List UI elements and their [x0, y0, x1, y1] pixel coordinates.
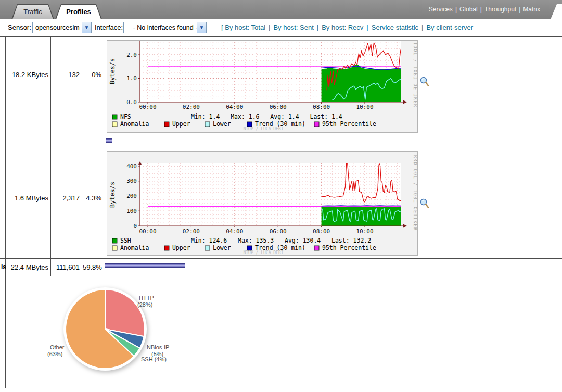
- svg-text:10:00: 10:00: [356, 228, 373, 235]
- protocol-distribution-pie-chart: [60, 284, 150, 374]
- row3-bytes-cell: 22.4 MBytes: [6, 263, 48, 271]
- profile-link-separator: |: [366, 23, 368, 31]
- row-divider-2: [0, 258, 562, 259]
- profile-view-links: [ By host: Total|By host: Sent|By host: …: [221, 23, 473, 31]
- row1-bytes-cell: 18.2 KBytes: [6, 71, 48, 79]
- svg-text:95th Percentile: 95th Percentile: [322, 120, 376, 128]
- svg-text:95th Percentile: 95th Percentile: [322, 244, 376, 251]
- svg-text:Upper: Upper: [172, 120, 190, 128]
- svg-text:Upper: Upper: [172, 244, 190, 251]
- pie-label: HTTP: [139, 295, 154, 301]
- pie-label: (28%): [137, 301, 152, 308]
- svg-text:300: 300: [126, 178, 137, 184]
- svg-text:100: 100: [126, 208, 137, 214]
- pie-label: SSH (4%): [141, 356, 167, 362]
- svg-text:06:00: 06:00: [270, 104, 287, 110]
- header-link-throughput[interactable]: Throughput: [484, 6, 516, 13]
- row3-label-cell: ls: [1, 263, 6, 271]
- svg-text:TOOL / TOBI OETIKER: TOOL / TOBI OETIKER: [413, 42, 417, 108]
- svg-text:04:00: 04:00: [226, 228, 243, 235]
- svg-text:04:00: 04:00: [226, 104, 243, 110]
- svg-text:Bytes/s: Bytes/s: [109, 182, 116, 208]
- profile-link-by-host-total[interactable]: By host: Total: [225, 23, 265, 31]
- zoom-graph1-icon[interactable]: [419, 76, 430, 87]
- svg-text:SSH: SSH: [120, 237, 131, 244]
- row1-packets-cell: 132: [52, 71, 80, 79]
- toolbar: Sensor: opensourcesim ▼ Interface: - No …: [0, 19, 562, 36]
- ssh-rrd-graph: 010020030040000:0002:0004:0006:0008:0010…: [107, 152, 417, 255]
- sensor-label: Sensor:: [8, 23, 31, 31]
- svg-text:Lower: Lower: [213, 120, 231, 128]
- svg-text:1.0: 1.0: [126, 75, 137, 82]
- svg-text:Anomalia: Anomalia: [120, 120, 149, 128]
- header-link-global[interactable]: Global: [459, 6, 478, 13]
- zoom-graph2-icon[interactable]: [419, 198, 430, 209]
- tab-profiles[interactable]: Profiles: [55, 4, 102, 19]
- header-link-separator: |: [455, 6, 457, 13]
- profile-link-service-statistic[interactable]: Service statistic: [372, 23, 418, 31]
- svg-text:400: 400: [126, 163, 137, 170]
- svg-text:Lower: Lower: [213, 244, 231, 251]
- svg-text:Bytes/s: Bytes/s: [109, 58, 116, 85]
- row2-percent-bar: [106, 138, 112, 143]
- svg-text:0: 0: [133, 223, 137, 230]
- table-border-bottom: [0, 388, 562, 388]
- sensor-select-value: opensourcesim: [33, 22, 82, 33]
- row2-packets-cell: 2,317: [52, 194, 80, 202]
- table-border-top: [0, 36, 562, 37]
- row3-packets-cell: 111,601: [52, 263, 80, 271]
- row-divider-3: [0, 276, 562, 276]
- tab-partial-shape: [551, 4, 562, 19]
- col-border-bytes: [50, 36, 51, 276]
- svg-text:Anomalia: Anomalia: [120, 244, 149, 251]
- col-border-packets: [82, 36, 82, 276]
- svg-text:08:00: 08:00: [313, 228, 330, 235]
- tab-profiles-label: Profiles: [66, 8, 91, 16]
- profile-link-separator: |: [269, 23, 270, 31]
- svg-text:Min: 1.4 Max: 1.6 Avg: 1.4: Min: 1.4 Max: 1.6 Avg: 1.4 Last: 1.4: [191, 113, 342, 120]
- interface-select-value: - No interfaces found -: [131, 22, 200, 33]
- pie-label: (63%): [47, 351, 62, 357]
- profile-link-by-host-sent[interactable]: By host: Sent: [273, 23, 313, 31]
- svg-text:RRDTOOL / TOBI OETIKER: RRDTOOL / TOBI OETIKER: [413, 155, 417, 231]
- row2-bytes-cell: 1.6 MBytes: [6, 194, 48, 202]
- ntop-profiles-page: Traffic Profiles Services|Global|Through…: [0, 0, 562, 392]
- svg-text:02:00: 02:00: [183, 228, 200, 235]
- ssh-rrd-graph-panel: 010020030040000:0002:0004:0006:0008:0010…: [107, 151, 418, 256]
- header-link-services[interactable]: Services: [429, 6, 453, 13]
- header-link-matrix[interactable]: Matrix: [523, 6, 540, 13]
- pie-label: NBios-IP: [147, 344, 169, 350]
- header-link-separator: |: [519, 6, 520, 13]
- svg-text:Min: 124.6 Max: 135.3 Avg:: Min: 124.6 Max: 135.3 Avg: 130.4 Last: 1…: [191, 237, 371, 244]
- row3-percent-bar: [105, 263, 185, 268]
- svg-text:06:00: 06:00: [270, 228, 287, 235]
- nfs-rrd-graph: 0.01.02.000:0002:0004:0006:0008:0010:00B…: [107, 41, 417, 132]
- interface-label: Interface:: [95, 23, 123, 31]
- row3-percent-cell: 59.8%: [83, 263, 101, 271]
- profile-link-separator: |: [422, 23, 423, 31]
- interface-select-arrow-icon[interactable]: ▼: [197, 22, 206, 33]
- row-divider-1: [0, 134, 562, 134]
- profile-link-by-host-recv[interactable]: By host: Recv: [322, 23, 363, 31]
- svg-text:10:00: 10:00: [356, 104, 373, 110]
- col-border-percent: [104, 36, 104, 276]
- col-border-label: [5, 36, 6, 388]
- interface-select[interactable]: - No interfaces found - ▼: [123, 22, 207, 33]
- profile-link-separator: |: [317, 23, 318, 31]
- svg-text:NTOP / LUCA DERI: NTOP / LUCA DERI: [243, 250, 283, 255]
- svg-text:0.0: 0.0: [126, 99, 137, 106]
- nfs-rrd-graph-panel: 0.01.02.000:0002:0004:0006:0008:0010:00B…: [107, 40, 418, 133]
- sensor-select[interactable]: opensourcesim ▼: [32, 22, 92, 33]
- tab-traffic[interactable]: Traffic: [11, 4, 54, 19]
- profile-link-by-client-server[interactable]: By client-server: [426, 23, 473, 31]
- pie-label: Other: [50, 344, 65, 350]
- row1-percent-cell: 0%: [83, 71, 101, 79]
- svg-text:NFS: NFS: [120, 113, 131, 120]
- svg-text:2.0: 2.0: [126, 52, 137, 58]
- header-links: Services|Global|Throughput|Matrix: [429, 6, 540, 13]
- sensor-select-arrow-icon[interactable]: ▼: [82, 22, 91, 33]
- col-border-left: [1, 36, 1, 388]
- header-link-separator: |: [480, 6, 482, 13]
- svg-text:200: 200: [126, 193, 137, 199]
- svg-text:02:00: 02:00: [183, 104, 200, 110]
